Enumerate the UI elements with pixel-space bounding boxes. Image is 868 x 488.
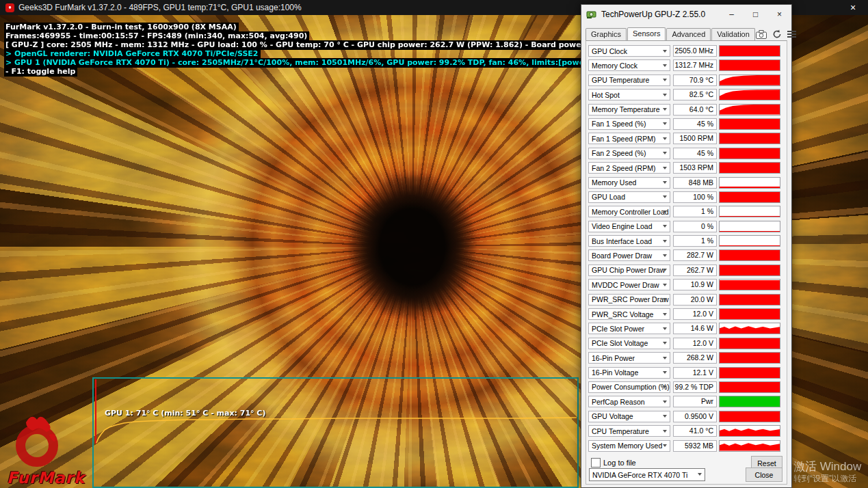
log-to-file-checkbox[interactable] <box>591 458 601 467</box>
gpuz-window-controls: – □ × <box>720 5 791 24</box>
sensor-select[interactable]: Board Power Draw <box>588 249 670 261</box>
sensor-graph <box>719 148 780 159</box>
close-icon[interactable]: × <box>767 5 791 24</box>
sensor-bar-fill <box>720 163 780 173</box>
minimize-icon[interactable]: – <box>720 5 744 24</box>
sensor-bar-fill <box>720 382 780 392</box>
sensor-select[interactable]: Power Consumption (%) <box>588 381 670 393</box>
sensor-select[interactable]: Memory Controller Load <box>588 206 670 217</box>
screenshot-camera-icon[interactable] <box>756 30 767 39</box>
sensor-select[interactable]: Video Engine Load <box>588 221 670 232</box>
chevron-down-icon <box>663 211 667 213</box>
sensor-graph <box>719 162 780 174</box>
gpuz-window: TechPowerUp GPU-Z 2.55.0 – □ × Graphics … <box>581 4 792 488</box>
sensor-graph <box>719 425 780 437</box>
refresh-icon[interactable] <box>772 29 782 39</box>
sensor-select[interactable]: System Memory Used <box>588 440 670 452</box>
sensor-row: 16-Pin Voltage 12.1 V <box>588 367 785 379</box>
sensor-select[interactable]: PCIe Slot Power <box>588 323 670 334</box>
sensor-graph <box>719 367 780 379</box>
sensor-row: Board Power Draw 282.7 W <box>588 249 785 261</box>
sensor-graph <box>719 381 780 393</box>
sensor-select[interactable]: Hot Spot <box>588 89 670 100</box>
sensor-bar-fill <box>720 187 780 187</box>
chevron-down-icon <box>663 240 667 243</box>
chevron-down-icon <box>663 225 667 228</box>
temp-curve <box>96 418 577 443</box>
sensor-bar-fill <box>720 192 780 202</box>
sensor-graph <box>719 396 780 407</box>
sensor-bar-fill <box>720 309 780 319</box>
sensor-label: GPU Load <box>592 193 625 201</box>
sensor-select[interactable]: PCIe Slot Voltage <box>588 338 670 349</box>
sensor-value: 14.6 W <box>673 323 717 334</box>
tab-validation[interactable]: Validation <box>711 28 755 41</box>
sensor-bar-fill <box>720 216 780 217</box>
sensor-value: 268.2 W <box>673 352 717 364</box>
close-button[interactable]: Close <box>746 467 782 482</box>
maximize-icon[interactable]: □ <box>744 5 767 24</box>
sensor-select[interactable]: Fan 2 Speed (%) <box>588 148 670 159</box>
sensor-select[interactable]: Memory Temperature <box>588 104 670 116</box>
furmark-logo: FurMark <box>7 411 103 487</box>
sensor-graph <box>719 308 780 320</box>
chevron-down-icon <box>663 195 667 198</box>
sensor-label: System Memory Used <box>592 442 662 450</box>
sensor-value: 12.0 V <box>673 308 717 320</box>
sensor-select[interactable]: GPU Clock <box>588 45 670 57</box>
sensor-select[interactable]: 16-Pin Voltage <box>588 367 670 379</box>
sensor-list: GPU Clock 2505.0 MHz Memory Clock 1312.7… <box>588 45 785 455</box>
chevron-down-icon <box>663 167 667 170</box>
gpu-selector-dropdown[interactable]: NVIDIA GeForce RTX 4070 Ti <box>589 468 705 481</box>
sensor-label: MVDDC Power Draw <box>592 281 659 289</box>
sensor-select[interactable]: Bus Interface Load <box>588 235 670 247</box>
sensor-select[interactable]: Fan 2 Speed (RPM) <box>588 162 670 174</box>
sensor-value: 82.5 °C <box>673 89 717 100</box>
tab-advanced[interactable]: Advanced <box>666 28 711 41</box>
chevron-down-icon <box>663 298 667 301</box>
tab-graphics-card[interactable]: Graphics Card <box>586 28 627 41</box>
sensor-row: Video Engine Load 0 % <box>588 221 785 232</box>
sensor-label: PWR_SRC Voltage <box>592 310 653 318</box>
sensor-row: Memory Used 848 MB <box>588 177 785 189</box>
tab-sensors[interactable]: Sensors <box>627 27 666 42</box>
sensor-select[interactable]: GPU Voltage <box>588 411 670 422</box>
chevron-down-icon <box>663 415 667 418</box>
gpuz-titlebar: TechPowerUp GPU-Z 2.55.0 – □ × <box>581 5 791 24</box>
sensor-bar-fill <box>720 353 780 363</box>
sensor-label: Hot Spot <box>592 91 620 99</box>
sensor-select[interactable]: 16-Pin Power <box>588 352 670 364</box>
sensor-select[interactable]: PWR_SRC Power Draw <box>588 294 670 306</box>
sensor-select[interactable]: Fan 1 Speed (%) <box>588 118 670 130</box>
sensor-select[interactable]: CPU Temperature <box>588 425 670 437</box>
chevron-down-icon <box>663 269 667 271</box>
sensor-value: 41.0 °C <box>673 425 717 437</box>
sensor-bar-fill <box>720 280 780 290</box>
furmark-close-button[interactable]: × <box>838 0 868 15</box>
sensor-graph <box>719 221 780 232</box>
sensor-select[interactable]: MVDDC Power Draw <box>588 279 670 290</box>
sensor-select[interactable]: Fan 1 Speed (RPM) <box>588 133 670 144</box>
sensor-select[interactable]: PerfCap Reason <box>588 396 670 407</box>
sensor-value: 848 MB <box>673 177 717 189</box>
chevron-down-icon <box>663 385 667 388</box>
sensor-select[interactable]: GPU Chip Power Draw <box>588 265 670 276</box>
chevron-down-icon <box>663 152 667 154</box>
sensor-value: 1500 RPM <box>673 133 717 144</box>
sensor-select[interactable]: GPU Temperature <box>588 74 670 86</box>
sensor-label: CPU Temperature <box>592 427 649 435</box>
sensor-label: Memory Temperature <box>592 105 660 113</box>
sensor-select[interactable]: PWR_SRC Voltage <box>588 308 670 320</box>
sensor-value: 12.0 V <box>673 338 717 349</box>
sensor-label: GPU Chip Power Draw <box>592 266 665 274</box>
sensor-value: 45 % <box>673 148 717 159</box>
sensor-select[interactable]: GPU Load <box>588 191 670 203</box>
sensor-graph <box>719 177 780 189</box>
sensor-row: Memory Clock 1312.7 MHz <box>588 59 785 71</box>
sensor-value: 0.9500 V <box>673 411 717 422</box>
menu-icon[interactable] <box>787 31 796 32</box>
sensor-select[interactable]: Memory Clock <box>588 59 670 71</box>
screen: FurMark v1.37.2.0 - Burn-in test, 1600x9… <box>0 0 868 488</box>
sensor-select[interactable]: Memory Used <box>588 177 670 189</box>
sensor-graph <box>719 133 780 144</box>
